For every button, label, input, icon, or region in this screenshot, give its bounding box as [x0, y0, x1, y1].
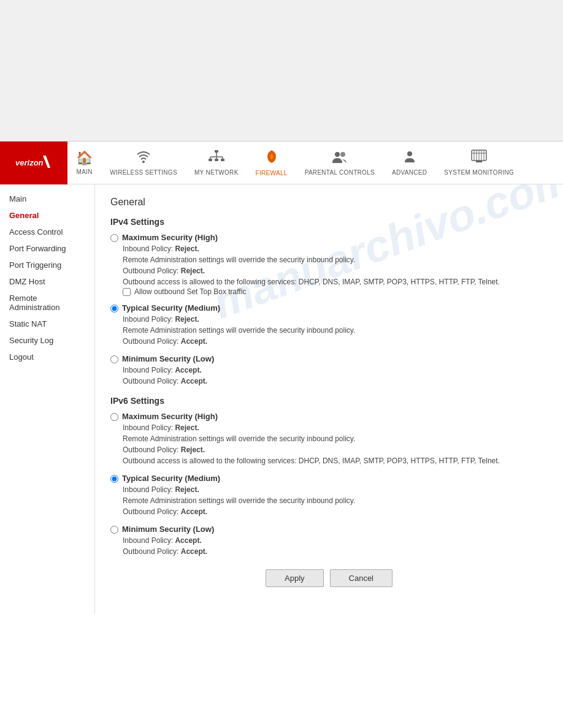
ipv6-title: IPv6 Settings — [110, 396, 548, 406]
nav-monitoring[interactable]: SYSTEM MONITORING — [435, 142, 523, 184]
nav-parental[interactable]: PARENTAL CONTROLS — [296, 142, 383, 184]
navbar-items: 🏠 MAIN WIRELESS SETTINGS MY NETWORK FI — [67, 142, 563, 184]
sidebar-item-logout[interactable]: Logout — [0, 349, 94, 365]
ipv6-medium-group: Typical Security (Medium) Inbound Policy… — [110, 474, 548, 517]
svg-point-11 — [335, 152, 340, 157]
cancel-button[interactable]: Cancel — [330, 569, 393, 587]
svg-point-12 — [340, 152, 345, 157]
sidebar-item-dmz-host[interactable]: DMZ Host — [0, 273, 94, 290]
nav-network[interactable]: MY NETWORK — [186, 142, 247, 184]
ipv4-stb-label: Allow outbound Set Top Box traffic — [134, 287, 246, 296]
ipv6-low-radio[interactable] — [110, 526, 118, 534]
ipv6-low-option[interactable]: Minimum Security (Low) — [110, 525, 548, 534]
ipv4-medium-policy: Inbound Policy: Reject. Remote Administr… — [123, 314, 548, 347]
svg-point-1 — [142, 161, 145, 163]
nav-wireless[interactable]: WIRELESS SETTINGS — [101, 142, 186, 184]
sidebar: Main General Access Control Port Forward… — [0, 184, 95, 613]
nav-firewall[interactable]: FIREWALL — [247, 142, 296, 184]
ipv4-low-policy: Inbound Policy: Accept. Outbound Policy:… — [123, 365, 548, 387]
ipv6-medium-label: Typical Security (Medium) — [122, 474, 220, 483]
ipv4-high-policy: Inbound Policy: Reject. Remote Administr… — [123, 243, 548, 287]
main-icon: 🏠 — [76, 150, 93, 166]
nav-advanced-label: ADVANCED — [392, 169, 427, 176]
ipv6-medium-policy: Inbound Policy: Reject. Remote Administr… — [123, 484, 548, 517]
content-area: Main General Access Control Port Forward… — [0, 184, 563, 613]
sidebar-item-general[interactable]: General — [0, 207, 94, 224]
svg-rect-4 — [215, 159, 218, 161]
main-content: manuarchivo.com General IPv4 Settings Ma… — [95, 184, 563, 613]
nav-main-label: MAIN — [77, 169, 93, 175]
firewall-icon — [265, 149, 278, 167]
advanced-icon — [403, 150, 416, 167]
ipv4-high-group: Maximum Security (High) Inbound Policy: … — [110, 233, 548, 296]
verizon-logo-svg: verizon — [12, 151, 55, 175]
ipv4-title: IPv4 Settings — [110, 217, 548, 227]
svg-rect-21 — [476, 161, 482, 162]
ipv6-low-policy: Inbound Policy: Accept. Outbound Policy:… — [123, 535, 548, 557]
sidebar-item-port-forwarding[interactable]: Port Forwarding — [0, 240, 94, 257]
svg-rect-2 — [215, 150, 218, 153]
nav-main[interactable]: 🏠 MAIN — [67, 142, 101, 184]
sidebar-item-remote-admin[interactable]: Remote Administration — [0, 290, 94, 316]
ipv6-high-radio[interactable] — [110, 413, 118, 421]
nav-wireless-label: WIRELESS SETTINGS — [110, 169, 177, 176]
ipv4-stb-row[interactable]: Allow outbound Set Top Box traffic — [123, 287, 548, 296]
ipv4-low-radio[interactable] — [110, 355, 118, 363]
sidebar-item-main[interactable]: Main — [0, 191, 94, 207]
ipv6-low-label: Minimum Security (Low) — [122, 525, 214, 534]
ipv4-medium-radio[interactable] — [110, 305, 118, 313]
parental-icon — [331, 150, 348, 167]
ipv6-section: IPv6 Settings Maximum Security (High) In… — [110, 396, 548, 557]
ipv4-stb-checkbox[interactable] — [123, 288, 131, 296]
ipv4-low-option[interactable]: Minimum Security (Low) — [110, 354, 548, 363]
ipv4-low-group: Minimum Security (Low) Inbound Policy: A… — [110, 354, 548, 387]
sidebar-item-static-nat[interactable]: Static NAT — [0, 316, 94, 332]
apply-button[interactable]: Apply — [266, 569, 324, 587]
ipv6-high-label: Maximum Security (High) — [122, 412, 218, 421]
nav-advanced[interactable]: ADVANCED — [383, 142, 435, 184]
ipv6-high-group: Maximum Security (High) Inbound Policy: … — [110, 412, 548, 466]
sidebar-item-security-log[interactable]: Security Log — [0, 332, 94, 349]
ipv6-medium-radio[interactable] — [110, 475, 118, 483]
button-row: Apply Cancel — [110, 569, 548, 587]
svg-rect-3 — [209, 159, 212, 161]
verizon-logo[interactable]: verizon — [0, 142, 67, 184]
ipv6-medium-option[interactable]: Typical Security (Medium) — [110, 474, 548, 483]
sidebar-item-access-control[interactable]: Access Control — [0, 224, 94, 240]
ipv4-high-label: Maximum Security (High) — [122, 233, 218, 242]
ipv6-low-group: Minimum Security (Low) Inbound Policy: A… — [110, 525, 548, 557]
ipv6-high-policy: Inbound Policy: Reject. Remote Administr… — [123, 422, 548, 466]
ipv4-medium-option[interactable]: Typical Security (Medium) — [110, 303, 548, 313]
svg-text:verizon: verizon — [15, 158, 44, 167]
sidebar-item-port-triggering[interactable]: Port Triggering — [0, 257, 94, 273]
nav-network-label: MY NETWORK — [194, 169, 239, 176]
svg-point-13 — [407, 151, 412, 156]
top-area — [0, 0, 563, 141]
ipv4-high-option[interactable]: Maximum Security (High) — [110, 233, 548, 242]
navbar: verizon 🏠 MAIN WIRELESS SETTINGS MY NET — [0, 142, 563, 184]
nav-firewall-label: FIREWALL — [256, 170, 288, 176]
nav-monitoring-label: SYSTEM MONITORING — [444, 169, 514, 176]
ipv6-high-option[interactable]: Maximum Security (High) — [110, 412, 548, 421]
svg-rect-5 — [221, 159, 224, 161]
ipv4-low-label: Minimum Security (Low) — [122, 354, 214, 363]
network-icon — [208, 150, 225, 167]
ipv4-high-radio[interactable] — [110, 234, 118, 242]
page-title: General — [110, 197, 548, 208]
nav-parental-label: PARENTAL CONTROLS — [305, 169, 375, 176]
ipv4-medium-group: Typical Security (Medium) Inbound Policy… — [110, 303, 548, 347]
monitoring-icon — [471, 150, 487, 167]
wireless-icon — [136, 150, 151, 167]
ipv4-medium-label: Typical Security (Medium) — [122, 303, 220, 313]
